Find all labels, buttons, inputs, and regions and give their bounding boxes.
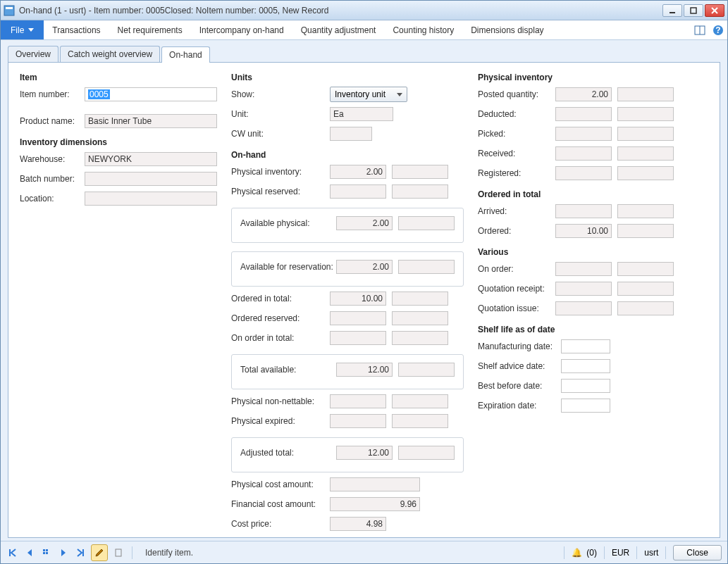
close-button[interactable]: Close (673, 545, 722, 560)
menu-net-requirements[interactable]: Net requirements (109, 20, 191, 39)
exp-field[interactable] (561, 399, 610, 413)
col-onhand: Units Show: Inventory unit Unit: Ea CW u… (231, 73, 464, 527)
ord-total-value2[interactable] (392, 292, 448, 306)
expired-value2[interactable] (392, 414, 448, 428)
tab-overview[interactable]: Overview (8, 46, 58, 62)
batch-field[interactable] (85, 172, 217, 186)
product-name-label: Product name: (20, 116, 85, 126)
ordered-label: Ordered: (478, 226, 555, 236)
registered-value2[interactable] (617, 166, 674, 180)
menu-counting-history[interactable]: Counting history (384, 20, 462, 39)
registered-value[interactable] (555, 166, 612, 180)
avail-phys-value2[interactable] (398, 216, 455, 230)
svg-rect-3 (691, 8, 696, 13)
warehouse-field[interactable]: NEWYORK (85, 152, 217, 166)
fin-cost-value[interactable]: 9.96 (330, 497, 420, 511)
arrived-value2[interactable] (617, 204, 674, 218)
ord-res-value2[interactable] (392, 311, 448, 325)
location-field[interactable] (85, 192, 217, 206)
posted-value[interactable]: 2.00 (555, 87, 612, 101)
qrec-value[interactable] (555, 282, 612, 296)
v-onorder-value[interactable] (555, 262, 612, 276)
picked-value2[interactable] (617, 127, 674, 141)
ord-res-value[interactable] (330, 311, 386, 325)
total-avail-value[interactable]: 12.00 (336, 363, 393, 377)
arrived-value[interactable] (555, 204, 612, 218)
non-net-label: Physical non-nettable: (231, 396, 330, 406)
expired-value[interactable] (330, 414, 386, 428)
v-onorder-value2[interactable] (617, 262, 674, 276)
qrec-value2[interactable] (617, 282, 674, 296)
app-window: On-hand (1 - usrt) - Item number: 0005Cl… (0, 0, 728, 564)
adj-total-value[interactable]: 12.00 (336, 446, 393, 460)
phys-inv-value[interactable]: 2.00 (330, 165, 386, 179)
item-number-field[interactable]: 0005 (85, 87, 217, 101)
phys-cost-value[interactable] (330, 477, 420, 491)
deducted-label: Deducted: (478, 109, 555, 119)
menu-qty-adjustment[interactable]: Quantity adjustment (292, 20, 385, 39)
on-order-value[interactable] (330, 331, 386, 345)
posted-value2[interactable] (617, 87, 674, 101)
total-avail-value2[interactable] (398, 363, 455, 377)
qiss-value[interactable] (555, 301, 612, 315)
non-net-value2[interactable] (392, 394, 448, 408)
units-header: Units (231, 73, 464, 82)
menu-transactions[interactable]: Transactions (44, 20, 109, 39)
unit-field[interactable]: Ea (330, 107, 393, 121)
show-dropdown[interactable]: Inventory unit (330, 87, 407, 102)
tabstrip: Overview Catch weight overview On-hand (8, 46, 720, 62)
tab-on-hand[interactable]: On-hand (161, 46, 210, 63)
maximize-button[interactable] (684, 4, 703, 17)
bell-icon[interactable]: 🔔 (572, 548, 582, 558)
ordtot-header: Ordered in total (478, 189, 708, 199)
nav-grid-button[interactable] (40, 546, 53, 559)
content: Overview Catch weight overview On-hand I… (1, 40, 727, 541)
menu-intercompany[interactable]: Intercompany on-hand (191, 20, 292, 39)
location-label: Location: (20, 194, 85, 203)
picked-value[interactable] (555, 127, 612, 141)
chevron-down-icon (28, 28, 34, 32)
help-icon[interactable]: ? (709, 20, 727, 39)
file-menu[interactable]: File (1, 20, 44, 39)
tab-catch-weight[interactable]: Catch weight overview (60, 46, 160, 62)
nav-last-button[interactable] (74, 546, 87, 559)
deducted-value[interactable] (555, 107, 612, 121)
ordered-value[interactable]: 10.00 (555, 224, 612, 238)
phys-res-value2[interactable] (392, 184, 448, 199)
svg-rect-14 (116, 549, 121, 556)
product-name-field[interactable]: Basic Inner Tube (85, 114, 217, 128)
best-field[interactable] (561, 379, 610, 393)
qiss-label: Quotation issue: (478, 303, 555, 313)
v-onorder-label: On order: (478, 264, 555, 274)
non-net-value[interactable] (330, 394, 386, 408)
menu-dimensions-display[interactable]: Dimensions display (462, 20, 552, 39)
edit-button[interactable] (91, 544, 108, 561)
view-icon[interactable] (691, 20, 709, 39)
minimize-button[interactable] (662, 4, 682, 17)
cw-unit-field[interactable] (330, 127, 372, 141)
ordered-value2[interactable] (617, 224, 674, 238)
deducted-value2[interactable] (617, 107, 674, 121)
item-number-value: 0005 (88, 89, 110, 99)
adj-total-value2[interactable] (398, 446, 455, 460)
attach-icon[interactable] (112, 546, 125, 559)
ord-total-value[interactable]: 10.00 (330, 292, 386, 306)
cost-price-value[interactable]: 4.98 (330, 517, 386, 531)
avail-res-value2[interactable] (398, 260, 455, 274)
received-value2[interactable] (617, 146, 674, 161)
received-value[interactable] (555, 146, 612, 161)
adv-field[interactable] (561, 359, 610, 373)
posted-label: Posted quantity: (478, 89, 555, 99)
mfg-field[interactable] (561, 339, 610, 353)
on-order-value2[interactable] (392, 331, 448, 345)
avail-phys-value[interactable]: 2.00 (336, 216, 393, 230)
phys-inv-value2[interactable] (392, 165, 448, 179)
phys-res-value[interactable] (330, 184, 386, 199)
avail-res-value[interactable]: 2.00 (336, 260, 393, 274)
close-window-button[interactable] (705, 4, 724, 17)
nav-next-button[interactable] (57, 546, 70, 559)
qiss-value2[interactable] (617, 301, 674, 315)
avail-phys-label: Available physical: (240, 218, 336, 228)
nav-first-button[interactable] (6, 546, 19, 559)
nav-prev-button[interactable] (23, 546, 36, 559)
